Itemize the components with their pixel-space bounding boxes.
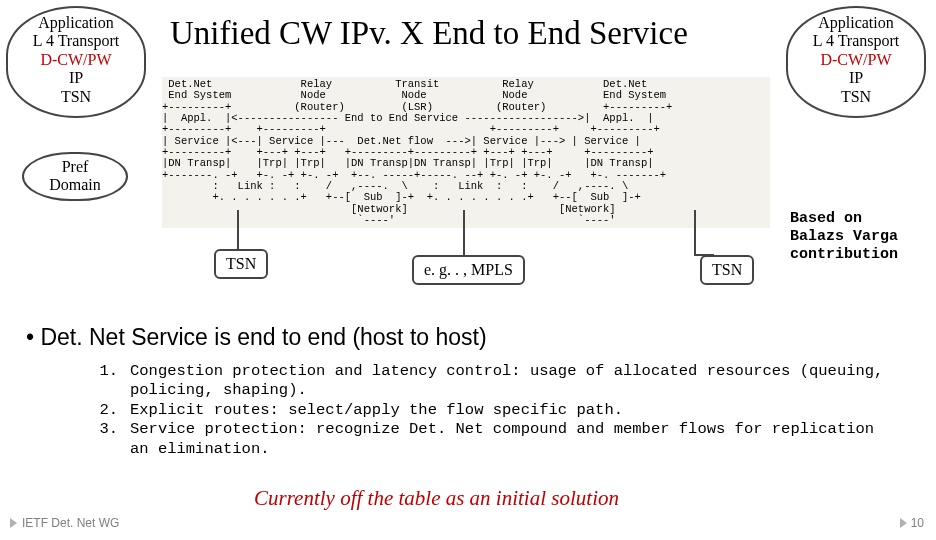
triangle-icon: [10, 518, 17, 528]
list-item: 2. Explicit routes: select/apply the flo…: [84, 401, 884, 420]
footer-text: IETF Det. Net WG: [22, 516, 119, 530]
stack-line: Application: [16, 14, 136, 32]
list-text: Congestion protection and latency contro…: [130, 362, 884, 401]
list-text: Service protection: recognize Det. Net c…: [130, 420, 884, 459]
callout-tsn-left: TSN: [214, 249, 268, 279]
callout-tsn-right: TSN: [700, 255, 754, 285]
stack-line: L 4 Transport: [796, 32, 916, 50]
numbered-list: 1. Congestion protection and latency con…: [84, 362, 884, 459]
pref-line: Pref: [30, 158, 120, 176]
stack-line: D-CW/PW: [16, 51, 136, 69]
credit-line: contribution: [790, 246, 898, 264]
list-num: 2.: [84, 401, 118, 420]
stack-line: Application: [796, 14, 916, 32]
connector-line: [694, 210, 696, 254]
stack-line: L 4 Transport: [16, 32, 136, 50]
list-item: 1. Congestion protection and latency con…: [84, 362, 884, 401]
footer-right: 10: [900, 516, 924, 530]
stack-line: TSN: [16, 88, 136, 106]
page-number: 10: [911, 516, 924, 530]
credit-line: Balazs Varga: [790, 228, 898, 246]
list-item: 3. Service protection: recognize Det. Ne…: [84, 420, 884, 459]
stack-line: IP: [16, 69, 136, 87]
connector-line: [237, 210, 239, 250]
credit-text: Based on Balazs Varga contribution: [790, 210, 898, 264]
main-bullet: • Det. Net Service is end to end (host t…: [26, 324, 487, 351]
stack-line: TSN: [796, 88, 916, 106]
ascii-diagram: Det.Net Relay Transit Relay Det.Net End …: [162, 77, 770, 228]
connector-line: [463, 210, 465, 256]
callout-mpls: e. g. . , MPLS: [412, 255, 525, 285]
stack-line: IP: [796, 69, 916, 87]
pref-line: Domain: [30, 176, 120, 194]
pref-domain-box: Pref Domain: [22, 152, 128, 201]
italic-note: Currently off the table as an initial so…: [254, 486, 619, 511]
slide: Unified CW IPv. X End to End Service App…: [0, 0, 936, 540]
stack-line: D-CW/PW: [796, 51, 916, 69]
triangle-icon: [900, 518, 907, 528]
footer-left: IETF Det. Net WG: [10, 516, 119, 530]
stack-box-right: Application L 4 Transport D-CW/PW IP TSN: [786, 6, 926, 118]
stack-box-left: Application L 4 Transport D-CW/PW IP TSN: [6, 6, 146, 118]
list-num: 1.: [84, 362, 118, 401]
list-num: 3.: [84, 420, 118, 459]
credit-line: Based on: [790, 210, 898, 228]
list-text: Explicit routes: select/apply the flow s…: [130, 401, 623, 420]
slide-title: Unified CW IPv. X End to End Service: [170, 15, 688, 52]
